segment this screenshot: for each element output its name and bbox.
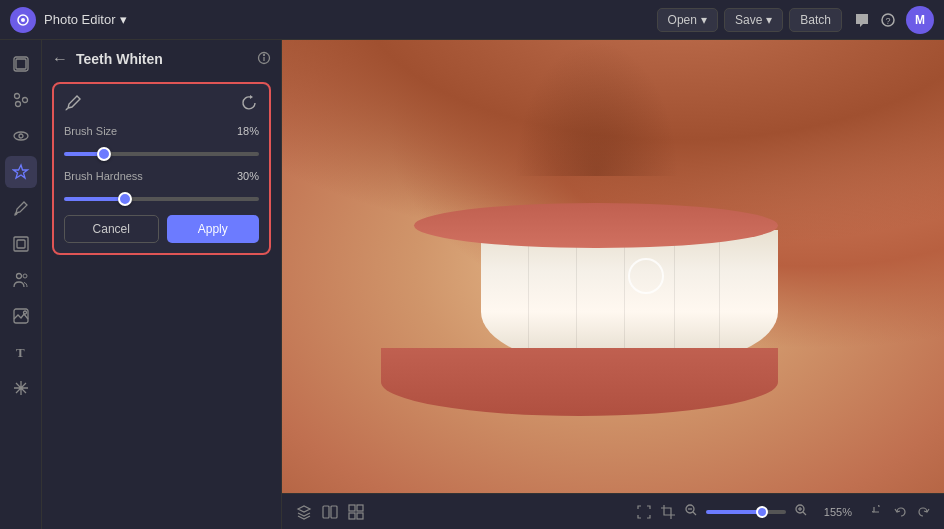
teeth-area	[481, 230, 779, 366]
svg-line-28	[693, 512, 696, 515]
sidebar-item-frame[interactable]	[5, 228, 37, 260]
batch-label: Batch	[800, 13, 831, 27]
save-button[interactable]: Save ▾	[724, 8, 783, 32]
svg-rect-21	[323, 506, 329, 518]
zoom-in-button[interactable]	[794, 503, 808, 521]
canvas-image[interactable]	[282, 40, 944, 493]
svg-rect-23	[349, 505, 355, 511]
rotate-ccw-button[interactable]	[872, 505, 886, 519]
fit-screen-button[interactable]	[636, 504, 652, 520]
app-name-button[interactable]: Photo Editor ▾	[44, 12, 127, 27]
brush-hardness-slider[interactable]	[64, 197, 259, 201]
app-logo	[10, 7, 36, 33]
app-name-label: Photo Editor	[44, 12, 116, 27]
sidebar-item-layers[interactable]	[5, 48, 37, 80]
svg-point-10	[19, 134, 23, 138]
svg-point-9	[14, 132, 28, 140]
brush-hardness-label: Brush Hardness	[64, 170, 143, 182]
brush-size-slider[interactable]	[64, 152, 259, 156]
chat-icon-button[interactable]	[854, 12, 870, 28]
lower-lip	[381, 348, 778, 416]
brush-action-buttons: Cancel Apply	[64, 215, 259, 243]
sidebar-item-adjustments[interactable]	[5, 84, 37, 116]
save-chevron: ▾	[766, 13, 772, 27]
app-name-chevron: ▾	[120, 12, 127, 27]
panel-back-button[interactable]: ←	[52, 50, 68, 68]
canvas-area: 155%	[282, 40, 944, 529]
help-icon-button[interactable]: ?	[880, 12, 896, 28]
brush-tool-button[interactable]	[64, 94, 82, 115]
brush-hardness-label-row: Brush Hardness 30%	[64, 170, 259, 182]
svg-point-7	[22, 98, 27, 103]
sidebar-item-magic[interactable]	[5, 156, 37, 188]
svg-rect-22	[331, 506, 337, 518]
svg-point-13	[16, 274, 21, 279]
svg-rect-26	[357, 513, 363, 519]
svg-rect-11	[14, 237, 28, 251]
apply-button[interactable]: Apply	[167, 215, 260, 243]
brush-settings-box: Brush Size 18% Brush Hardness 30% Cancel…	[52, 82, 271, 255]
svg-point-8	[15, 102, 20, 107]
brush-box-top	[64, 94, 259, 115]
svg-text:?: ?	[886, 16, 891, 26]
zoom-slider[interactable]	[706, 510, 786, 514]
brush-size-value: 18%	[237, 125, 259, 137]
sidebar-item-brush[interactable]	[5, 192, 37, 224]
panel-info-button[interactable]	[257, 51, 271, 68]
topbar-icons: ? M	[854, 6, 934, 34]
svg-point-20	[264, 54, 265, 55]
topbar: Photo Editor ▾ Open ▾ Save ▾ Batch ?	[0, 0, 944, 40]
open-button[interactable]: Open ▾	[657, 8, 718, 32]
grid-button[interactable]	[348, 504, 364, 520]
sidebar-item-star[interactable]	[5, 372, 37, 404]
zoom-level: 155%	[816, 506, 852, 518]
svg-rect-5	[16, 59, 26, 69]
svg-point-6	[14, 94, 19, 99]
zoom-controls: 155%	[636, 503, 852, 521]
brush-size-row: Brush Size 18%	[64, 125, 259, 160]
sidebar: T	[0, 40, 42, 529]
svg-line-31	[803, 512, 806, 515]
redo-button[interactable]	[916, 505, 930, 519]
svg-text:T: T	[16, 345, 25, 360]
avatar-label: M	[915, 13, 925, 27]
save-label: Save	[735, 13, 762, 27]
batch-button[interactable]: Batch	[789, 8, 842, 32]
sidebar-item-landscape[interactable]	[5, 300, 37, 332]
brush-size-label-row: Brush Size 18%	[64, 125, 259, 137]
brush-size-label: Brush Size	[64, 125, 117, 137]
topbar-actions: Open ▾ Save ▾ Batch	[657, 8, 842, 32]
open-label: Open	[668, 13, 697, 27]
svg-rect-12	[17, 240, 25, 248]
sidebar-item-eye[interactable]	[5, 120, 37, 152]
sidebar-item-people[interactable]	[5, 264, 37, 296]
layers-toggle-button[interactable]	[296, 504, 312, 520]
svg-rect-24	[357, 505, 363, 511]
brush-hardness-row: Brush Hardness 30%	[64, 170, 259, 205]
bottombar: 155%	[282, 493, 944, 529]
back-icon: ←	[52, 50, 68, 68]
bottombar-left	[296, 504, 364, 520]
panel-header: ← Teeth Whiten	[52, 50, 271, 72]
zoom-slider-thumb	[756, 506, 768, 518]
sidebar-item-text[interactable]: T	[5, 336, 37, 368]
bottombar-right	[872, 505, 930, 519]
main-area: T ← Teeth Whiten	[0, 40, 944, 529]
brush-reset-button[interactable]	[241, 94, 259, 115]
teeth-whiten-panel: ← Teeth Whiten	[42, 40, 282, 529]
compare-button[interactable]	[322, 504, 338, 520]
photo-background	[282, 40, 944, 493]
brush-hardness-value: 30%	[237, 170, 259, 182]
svg-point-1	[21, 18, 25, 22]
svg-point-16	[23, 311, 26, 314]
crop-button[interactable]	[660, 504, 676, 520]
panel-title: Teeth Whiten	[76, 51, 249, 67]
svg-point-14	[23, 274, 27, 278]
svg-rect-25	[349, 513, 355, 519]
zoom-out-button[interactable]	[684, 503, 698, 521]
avatar[interactable]: M	[906, 6, 934, 34]
cancel-button[interactable]: Cancel	[64, 215, 159, 243]
undo-button[interactable]	[894, 505, 908, 519]
open-chevron: ▾	[701, 13, 707, 27]
nose-shadow	[514, 40, 680, 176]
